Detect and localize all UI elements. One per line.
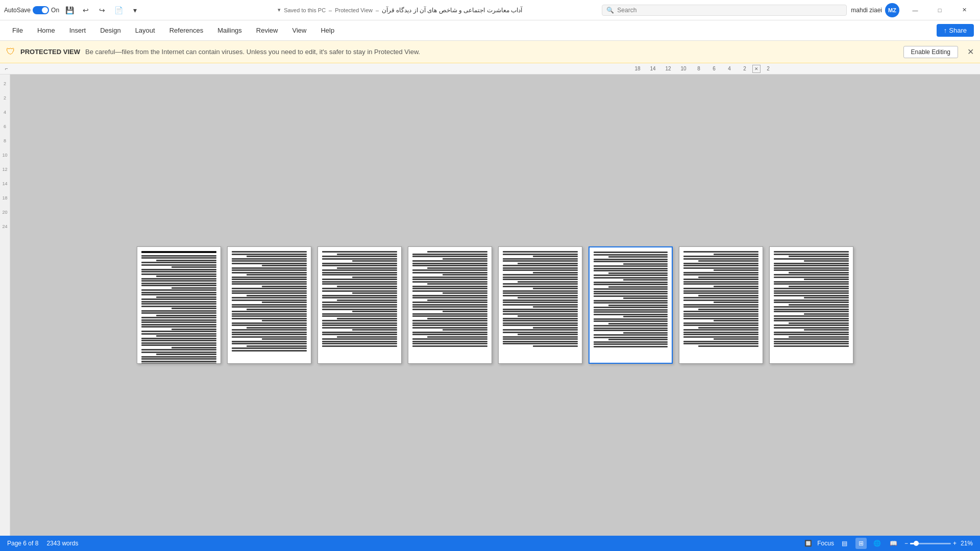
zoom-minus-button[interactable]: − xyxy=(904,540,908,547)
page-1[interactable] xyxy=(137,246,221,364)
save-status: Saved to this PC xyxy=(284,7,326,13)
immersive-view-button[interactable]: 📖 xyxy=(888,538,899,549)
ribbon-right: ↑ Share xyxy=(937,24,974,37)
left-ruler-14: 14 xyxy=(2,177,7,191)
tab-references[interactable]: References xyxy=(163,23,209,37)
shield-icon: 🛡 xyxy=(6,46,15,57)
ruler-num-2a: 2 xyxy=(737,66,752,71)
zoom-track[interactable] xyxy=(910,543,951,544)
document-name: آداب معاشرت اجتماعی و شاخص های آن از دید… xyxy=(382,7,522,14)
ruler-num-14: 14 xyxy=(645,66,660,71)
title-bar-left: AutoSave On 💾 ↩ ↪ 📄 ▾ xyxy=(4,3,198,17)
user-avatar[interactable]: MZ xyxy=(885,3,899,17)
status-right: 🔲 Focus ▤ ⊞ 🌐 📖 − + 21% xyxy=(804,538,973,549)
zoom-level: 21% xyxy=(961,540,973,547)
title-bar-right: mahdi ziaei MZ — □ ✕ xyxy=(851,2,976,18)
redo-icon[interactable]: ↪ xyxy=(95,3,109,17)
save-icon[interactable]: 💾 xyxy=(62,3,77,17)
user-name: mahdi ziaei xyxy=(851,7,882,14)
share-button[interactable]: ↑ Share xyxy=(937,24,974,37)
search-icon: 🔍 xyxy=(606,7,614,14)
word-count: 2343 words xyxy=(46,540,78,547)
more-icon[interactable]: ▾ xyxy=(128,3,142,17)
left-ruler-2b: 2 xyxy=(4,91,6,105)
maximize-button[interactable]: □ xyxy=(928,2,951,18)
user-info: mahdi ziaei MZ xyxy=(851,3,899,17)
print-layout-view-button[interactable]: ▤ xyxy=(839,538,850,549)
page-7-content xyxy=(683,251,758,347)
ruler-num-4: 4 xyxy=(722,66,737,71)
tab-layout[interactable]: Layout xyxy=(129,23,161,37)
protected-view-bar: 🛡 PROTECTED VIEW Be careful—files from t… xyxy=(0,41,980,63)
left-ruler-4: 4 xyxy=(4,105,6,119)
page-8-content xyxy=(774,251,849,347)
page-2-content xyxy=(232,251,307,352)
search-bar[interactable]: 🔍 xyxy=(602,5,847,16)
left-ruler-2a: 2 xyxy=(4,77,6,91)
focus-label: Focus xyxy=(817,540,834,547)
share-icon: ↑ xyxy=(944,27,947,34)
ruler: ⌐ 18 14 12 10 8 6 4 2 ✕ 2 xyxy=(0,63,980,74)
left-ruler: 2 2 4 6 8 10 12 14 18 20 24 xyxy=(0,74,10,536)
tab-insert[interactable]: Insert xyxy=(63,23,92,37)
close-button[interactable]: ✕ xyxy=(952,2,976,18)
undo-icon[interactable]: ↩ xyxy=(79,3,93,17)
new-doc-icon[interactable]: 📄 xyxy=(111,3,126,17)
page-3[interactable] xyxy=(317,246,402,364)
document-area: 2 2 4 6 8 10 12 14 18 20 24 xyxy=(0,74,980,536)
zoom-plus-button[interactable]: + xyxy=(953,540,957,547)
left-ruler-8: 8 xyxy=(4,134,6,148)
title-bar: AutoSave On 💾 ↩ ↪ 📄 ▾ آداب معاشرت اجتماع… xyxy=(0,0,980,20)
enable-editing-button[interactable]: Enable Editing xyxy=(903,46,958,58)
page-4[interactable] xyxy=(408,246,492,364)
left-ruler-20: 20 xyxy=(2,205,7,219)
autosave-label: AutoSave xyxy=(4,7,31,14)
tab-design[interactable]: Design xyxy=(94,23,127,37)
ruler-num-8: 8 xyxy=(691,66,706,71)
autosave-toggle[interactable] xyxy=(33,6,49,14)
web-view-button[interactable]: 🌐 xyxy=(872,538,883,549)
ruler-numbers: 18 14 12 10 8 6 4 2 ✕ 2 xyxy=(630,65,776,73)
protected-status: Protected View xyxy=(335,7,373,13)
zoom-slider[interactable]: − + 21% xyxy=(904,540,973,547)
multiple-pages-view-button[interactable]: ⊞ xyxy=(855,538,867,549)
autosave-state: On xyxy=(51,7,59,14)
ruler-num-6: 6 xyxy=(706,66,722,71)
page-8[interactable] xyxy=(769,246,853,364)
page-5-content xyxy=(503,251,578,347)
search-input[interactable] xyxy=(617,7,842,14)
status-bar: Page 6 of 8 2343 words 🔲 Focus ▤ ⊞ 🌐 📖 −… xyxy=(0,536,980,551)
tab-mailings[interactable]: Mailings xyxy=(211,23,248,37)
page-5[interactable] xyxy=(498,246,582,364)
page-7[interactable] xyxy=(679,246,763,364)
ruler-num-10: 10 xyxy=(676,66,691,71)
page-2[interactable] xyxy=(227,246,311,364)
status-left: Page 6 of 8 2343 words xyxy=(7,540,78,547)
ruler-center-marker: ✕ xyxy=(752,65,761,73)
tab-home[interactable]: Home xyxy=(31,23,61,37)
page-6-content xyxy=(594,252,668,347)
ribbon: File Home Insert Design Layout Reference… xyxy=(0,20,980,41)
page-3-content xyxy=(322,251,397,347)
close-protected-bar-button[interactable]: ✕ xyxy=(967,47,974,57)
ruler-left-button[interactable]: ⌐ xyxy=(5,66,8,71)
quick-access-toolbar: 💾 ↩ ↪ 📄 ▾ xyxy=(62,3,142,17)
tab-review[interactable]: Review xyxy=(250,23,284,37)
ruler-num-12: 12 xyxy=(660,66,676,71)
pages-container xyxy=(10,74,980,536)
tab-help[interactable]: Help xyxy=(314,23,340,37)
protected-label: PROTECTED VIEW xyxy=(20,48,80,56)
document-title-area: آداب معاشرت اجتماعی و شاخص های آن از دید… xyxy=(202,7,598,14)
tab-view[interactable]: View xyxy=(286,23,312,37)
left-ruler-18: 18 xyxy=(2,191,7,205)
tab-file[interactable]: File xyxy=(6,23,29,37)
zoom-thumb xyxy=(914,541,919,546)
minimize-button[interactable]: — xyxy=(903,2,927,18)
left-ruler-6: 6 xyxy=(4,119,6,134)
left-ruler-24: 24 xyxy=(2,219,7,234)
autosave-badge: AutoSave On xyxy=(4,6,59,14)
window-controls: — □ ✕ xyxy=(903,2,976,18)
left-ruler-10: 10 xyxy=(2,148,7,162)
page-info: Page 6 of 8 xyxy=(7,540,38,547)
page-6[interactable] xyxy=(589,246,673,364)
